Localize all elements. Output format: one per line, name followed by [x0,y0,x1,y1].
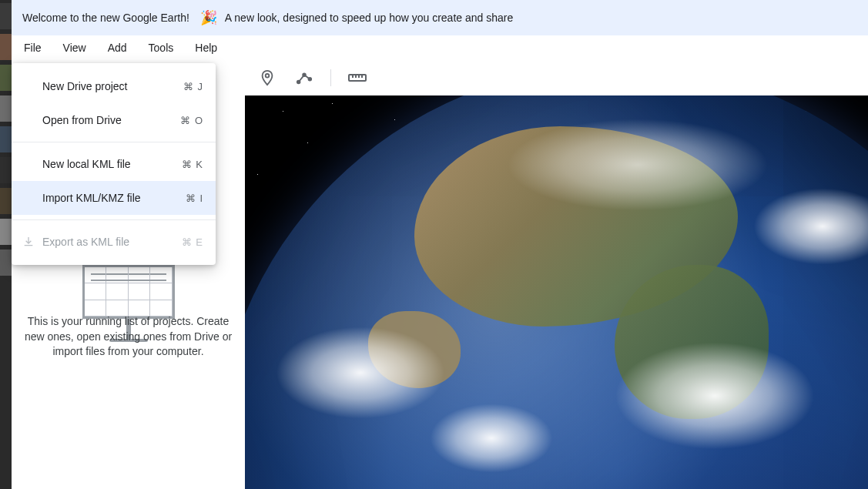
projects-help-text: This is your running list of projects. C… [24,314,233,360]
menu-item-label: Import KML/KMZ file [42,192,186,204]
thumbnail[interactable] [0,126,12,152]
placemark-button[interactable] [256,67,278,89]
menu-bar: File View Add Tools Help [12,35,868,60]
menu-item-import-kml[interactable]: Import KML/KMZ file ⌘ I [12,181,216,215]
menu-item-open-from-drive[interactable]: Open from Drive ⌘ O [12,103,216,137]
party-icon: 🎉 [200,9,217,26]
menu-item-label: Open from Drive [42,114,180,126]
pin-icon [259,69,276,86]
menu-item-shortcut: ⌘ E [182,236,203,248]
menu-item-new-drive-project[interactable]: New Drive project ⌘ J [12,69,216,103]
thumbnail[interactable] [0,157,12,183]
download-icon [22,236,42,248]
file-menu-dropdown: New Drive project ⌘ J Open from Drive ⌘ … [12,63,216,265]
menu-item-label: Export as KML file [42,236,182,248]
thumbnail[interactable] [0,65,12,91]
path-button[interactable] [293,67,315,89]
thumbnail[interactable] [0,95,12,122]
welcome-banner: Welcome to the new Google Earth! 🎉 A new… [12,0,868,35]
toolbar-divider [330,69,331,86]
thumbnail[interactable] [0,219,12,245]
menu-separator [12,142,216,142]
menu-separator [12,219,216,220]
svg-point-0 [266,74,270,78]
menu-help[interactable]: Help [184,37,228,59]
menu-file[interactable]: File [19,37,52,59]
ruler-button[interactable] [347,67,368,89]
menu-item-shortcut: ⌘ K [182,159,203,170]
menu-tools[interactable]: Tools [138,37,185,59]
os-thumbnail-strip [0,0,12,489]
thumbnail[interactable] [0,188,12,214]
banner-subtitle: A new look, designed to speed up how you… [225,12,513,24]
menu-view[interactable]: View [52,37,97,59]
svg-rect-4 [349,75,366,81]
menu-item-label: New local KML file [42,158,182,170]
menu-add[interactable]: Add [97,37,138,59]
ruler-icon [348,71,367,85]
menu-item-export-kml: Export as KML file ⌘ E [12,225,216,259]
polyline-icon [295,69,313,86]
menu-item-label: New Drive project [42,80,183,92]
banner-title: Welcome to the new Google Earth! [22,12,189,24]
thumbnail[interactable] [0,250,12,276]
menu-item-shortcut: ⌘ I [186,193,203,204]
thumbnail[interactable] [0,34,12,60]
earth-canvas[interactable] [245,95,868,489]
thumbnail[interactable] [0,3,12,29]
menu-item-new-local-kml[interactable]: New local KML file ⌘ K [12,147,216,181]
menu-item-shortcut: ⌘ O [180,115,203,126]
menu-item-shortcut: ⌘ J [183,81,203,92]
